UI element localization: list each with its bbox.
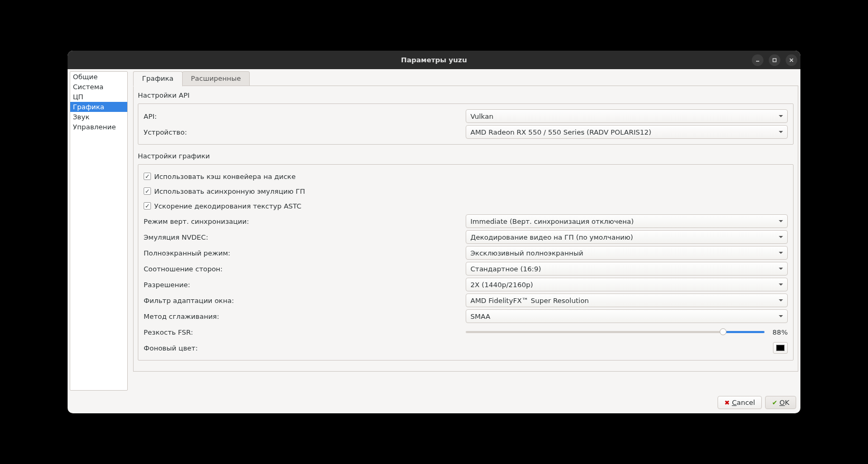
tab-advanced[interactable]: Расширенные <box>182 71 250 86</box>
fsr-slider[interactable] <box>466 331 765 333</box>
aa-combo[interactable]: SMAA <box>466 309 788 323</box>
resolution-combo[interactable]: 2X (1440p/2160p) <box>466 278 788 291</box>
aspect-label: Соотношение сторон: <box>144 265 466 273</box>
nvdec-combo[interactable]: Декодирование видео на ГП (по умолчанию) <box>466 230 788 244</box>
api-combo[interactable]: Vulkan <box>466 109 788 123</box>
ok-icon: ✔ <box>772 399 777 406</box>
gfx-group: Использовать кэш конвейера на диске Испо… <box>138 164 794 361</box>
filter-label: Фильтр адаптации окна: <box>144 297 466 305</box>
async-gpu-checkbox[interactable]: Использовать асинхронную эмуляцию ГП <box>144 184 788 198</box>
sidebar-item-cpu[interactable]: ЦП <box>70 92 127 102</box>
fullscreen-label: Полноэкранный режим: <box>144 249 466 257</box>
aspect-combo[interactable]: Стандартное (16:9) <box>466 262 788 276</box>
device-label: Устройство: <box>144 128 466 136</box>
astc-checkbox[interactable]: Ускорение декодирования текстур ASTC <box>144 198 788 213</box>
fullscreen-combo[interactable]: Эксклюзивный полноэкранный <box>466 246 788 260</box>
slider-thumb[interactable] <box>720 328 727 335</box>
fsr-value: 88% <box>769 328 788 336</box>
main-panel: Графика Расширенные Настройки API API: V… <box>133 71 798 391</box>
api-label: API: <box>144 112 466 120</box>
checkbox-icon <box>144 187 151 195</box>
tab-panel-graphics: Настройки API API: Vulkan Устройство: AM… <box>133 86 798 372</box>
bg-color-button[interactable] <box>773 342 788 354</box>
fsr-label: Резкость FSR: <box>144 328 466 336</box>
tab-graphics[interactable]: Графика <box>133 71 183 87</box>
checkbox-icon <box>144 202 151 210</box>
maximize-button[interactable] <box>769 54 780 66</box>
minimize-button[interactable] <box>752 54 763 66</box>
aa-label: Метод сглаживания: <box>144 313 466 320</box>
ok-button[interactable]: ✔ OK <box>765 396 796 409</box>
cancel-icon: ✖ <box>724 399 730 406</box>
nvdec-label: Эмуляция NVDEC: <box>144 233 466 241</box>
window-controls <box>752 54 797 66</box>
vsync-combo[interactable]: Immediate (Верт. синхронизация отключена… <box>466 214 788 228</box>
svg-rect-1 <box>773 59 776 62</box>
category-sidebar: Общие Система ЦП Графика Звук Управление <box>70 71 128 391</box>
close-button[interactable] <box>786 54 797 66</box>
resolution-label: Разрешение: <box>144 281 466 289</box>
sidebar-item-audio[interactable]: Звук <box>70 112 127 122</box>
sidebar-item-general[interactable]: Общие <box>70 72 127 82</box>
color-preview <box>776 345 785 351</box>
cancel-button[interactable]: ✖ Cancel <box>718 396 762 409</box>
gfx-section-title: Настройки графики <box>138 152 794 160</box>
sidebar-item-graphics[interactable]: Графика <box>70 102 127 112</box>
tab-bar: Графика Расширенные <box>133 71 798 86</box>
window-title: Параметры yuzu <box>401 56 467 64</box>
device-combo[interactable]: AMD Radeon RX 550 / 550 Series (RADV POL… <box>466 125 788 139</box>
vsync-label: Режим верт. синхронизации: <box>144 217 466 225</box>
checkbox-icon <box>144 173 151 180</box>
titlebar: Параметры yuzu <box>68 51 800 69</box>
sidebar-item-controls[interactable]: Управление <box>70 122 127 132</box>
sidebar-item-system[interactable]: Система <box>70 82 127 92</box>
filter-combo[interactable]: AMD FidelityFX™ Super Resolution <box>466 293 788 307</box>
bg-color-label: Фоновый цвет: <box>144 344 466 352</box>
api-group: API: Vulkan Устройство: AMD Radeon RX 55… <box>138 103 794 145</box>
settings-window: Параметры yuzu Общие Система ЦП Графика … <box>68 51 800 413</box>
api-section-title: Настройки API <box>138 91 794 99</box>
dialog-buttons: ✖ Cancel ✔ OK <box>68 393 800 413</box>
pipeline-cache-checkbox[interactable]: Использовать кэш конвейера на диске <box>144 169 788 184</box>
